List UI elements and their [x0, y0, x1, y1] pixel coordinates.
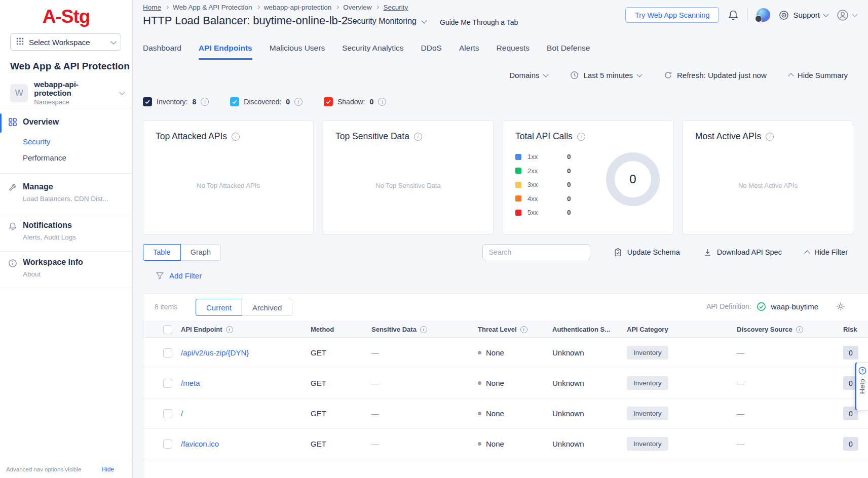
notifications-bell-icon[interactable]	[728, 10, 739, 21]
tenant-avatar[interactable]	[757, 8, 770, 22]
try-web-app-scanning-button[interactable]: Try Web App Scanning	[625, 7, 720, 23]
info-icon[interactable]: i	[226, 326, 233, 333]
app-root: A-Stg Select Workspace Web App & API Pro…	[0, 0, 868, 478]
tab-security-analytics[interactable]: Security Analytics	[342, 44, 403, 60]
select-all-checkbox[interactable]	[163, 325, 172, 334]
breadcrumb-namespace[interactable]: webapp-api-protection	[264, 4, 332, 11]
download-icon	[703, 248, 712, 257]
api-definition-value[interactable]: waap-buytime	[771, 302, 818, 311]
tab-ddos[interactable]: DDoS	[421, 44, 442, 60]
table-row[interactable]: /meta GET — None Unknown Inventory — 0	[143, 368, 868, 399]
table-row[interactable]: /api/v2/us-zip/{DYN} GET — None Unknown …	[143, 338, 868, 368]
namespace-name: webapp-api-protection	[34, 80, 114, 97]
endpoint-link[interactable]: /	[181, 409, 311, 418]
discovered-checkbox[interactable]	[230, 97, 239, 106]
info-icon[interactable]: i	[577, 133, 585, 141]
account-menu[interactable]	[837, 9, 857, 21]
hide-filter-toggle[interactable]: Hide Filter	[805, 248, 848, 256]
sidebar-item-notifications-label: Notifications	[23, 221, 72, 230]
breadcrumb-home[interactable]: Home	[143, 4, 161, 11]
page-title-dropdown[interactable]: HTTP Load Balancer: buytime-online-lb-2	[143, 14, 358, 27]
info-icon[interactable]: i	[378, 98, 386, 106]
info-icon[interactable]: i	[796, 326, 803, 333]
sidebar-item-performance[interactable]: Performance	[23, 153, 66, 162]
shadow-toggle[interactable]: Shadow: 0 i	[324, 97, 386, 106]
help-tab[interactable]: ? Help	[855, 362, 868, 411]
guide-me-link[interactable]: Guide Me Through a Tab	[440, 18, 518, 26]
breadcrumb-security[interactable]: Security	[383, 4, 408, 11]
sidebar-footer: Advanced nav options visible Hide	[0, 460, 132, 478]
info-icon[interactable]: i	[520, 326, 527, 333]
items-count: 8 items	[155, 303, 177, 311]
discovered-toggle[interactable]: Discovered: 0 i	[230, 97, 303, 106]
hide-nav-link[interactable]: Hide	[101, 466, 114, 473]
col-threat-level[interactable]: Threat Level	[478, 326, 517, 333]
brand-logo: A-Stg	[0, 6, 132, 27]
shadow-checkbox[interactable]	[324, 97, 333, 106]
sidebar-item-overview-label: Overview	[23, 117, 59, 127]
row-checkbox[interactable]	[163, 379, 172, 388]
inventory-checkbox[interactable]	[143, 97, 152, 106]
gear-icon[interactable]	[836, 301, 846, 311]
row-checkbox[interactable]	[163, 348, 172, 357]
legend-value: 0	[567, 167, 571, 175]
endpoint-link[interactable]: /favicon.ico	[181, 440, 311, 448]
table-header-row: API Endpointi Method Sensitive Datai Thr…	[143, 321, 868, 338]
update-schema-button[interactable]: Update Schema	[614, 248, 680, 257]
time-range-dropdown[interactable]: Last 5 minutes	[570, 71, 641, 79]
row-checkbox[interactable]	[163, 409, 172, 418]
auth-status-cell: Unknown	[552, 379, 627, 387]
empty-state-text: No Top Sensitive Data	[323, 182, 493, 189]
table-row[interactable]: / GET — None Unknown Inventory — 0	[143, 399, 868, 429]
workspace-selector[interactable]: Select Workspace	[10, 33, 121, 51]
info-icon[interactable]: i	[232, 133, 240, 141]
threat-level-dot	[478, 412, 481, 415]
inventory-toggle[interactable]: Inventory: 8 i	[143, 97, 209, 106]
current-tab-button[interactable]: Current	[196, 299, 242, 316]
info-icon[interactable]: i	[294, 98, 303, 106]
refresh-button[interactable]: Refresh: Updated just now	[664, 71, 767, 79]
endpoint-link[interactable]: /meta	[181, 379, 311, 387]
tab-malicious-users[interactable]: Malicious Users	[270, 44, 325, 60]
breadcrumb-waap[interactable]: Web App & API Protection	[173, 4, 252, 11]
breadcrumb-separator	[335, 6, 339, 9]
domains-dropdown[interactable]: Domains	[509, 71, 548, 79]
tab-requests[interactable]: Requests	[497, 44, 530, 60]
graph-view-button[interactable]: Graph	[181, 244, 221, 261]
col-risk[interactable]: Risk	[843, 326, 857, 333]
info-icon[interactable]: i	[414, 133, 422, 141]
check-circle-icon	[757, 302, 766, 311]
search-input[interactable]	[482, 244, 590, 260]
col-authentication[interactable]: Authentication S...	[552, 326, 610, 333]
col-method[interactable]: Method	[311, 326, 334, 333]
breadcrumb-overview[interactable]: Overview	[343, 4, 371, 11]
tab-api-endpoints[interactable]: API Endpoints	[199, 44, 252, 60]
support-menu[interactable]: Support	[779, 10, 828, 20]
sidebar-item-overview[interactable]: Overview	[0, 116, 132, 130]
monitor-mode-dropdown[interactable]: Security Monitoring	[347, 17, 426, 26]
info-icon[interactable]: i	[420, 326, 427, 333]
endpoint-link[interactable]: /api/v2/us-zip/{DYN}	[181, 348, 311, 357]
download-api-spec-button[interactable]: Download API Spec	[703, 248, 782, 257]
hide-summary-toggle[interactable]: Hide Summary	[789, 71, 848, 79]
namespace-type-label: Namespace	[34, 98, 114, 106]
tab-alerts[interactable]: Alerts	[459, 44, 479, 60]
namespace-selector[interactable]: W webapp-api-protection Namespace	[10, 80, 124, 106]
bell-icon	[8, 222, 17, 231]
info-icon[interactable]: i	[766, 133, 774, 141]
col-sensitive-data[interactable]: Sensitive Data	[371, 326, 417, 333]
sidebar-item-security[interactable]: Security	[23, 137, 50, 146]
add-filter-button[interactable]: Add Filter	[156, 271, 202, 280]
inventory-count: 8	[192, 98, 196, 106]
col-api-endpoint[interactable]: API Endpoint	[181, 326, 222, 333]
row-checkbox[interactable]	[163, 440, 172, 449]
table-view-button[interactable]: Table	[143, 244, 181, 261]
table-row[interactable]: /favicon.ico GET — None Unknown Inventor…	[143, 429, 868, 459]
col-discovery-source[interactable]: Discovery Source	[737, 326, 792, 333]
info-icon[interactable]: i	[201, 98, 209, 106]
discovery-source-cell: —	[737, 440, 843, 448]
col-api-category[interactable]: API Category	[627, 326, 668, 333]
tab-bot-defense[interactable]: Bot Defense	[547, 44, 590, 60]
tab-dashboard[interactable]: Dashboard	[143, 44, 181, 60]
archived-tab-button[interactable]: Archived	[242, 299, 292, 316]
